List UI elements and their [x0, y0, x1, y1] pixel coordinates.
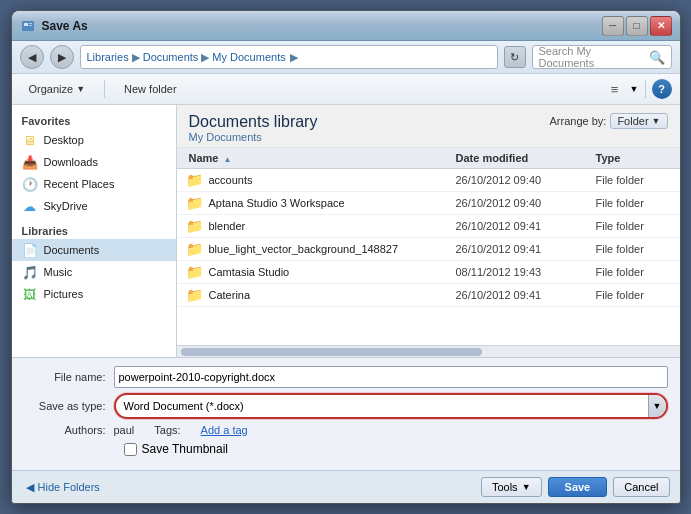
authors-label: Authors:: [24, 424, 114, 436]
arrange-value: Folder: [617, 115, 648, 127]
folder-icon: 📁: [185, 218, 205, 234]
sort-arrow: ▲: [224, 155, 232, 164]
savetype-select-wrapper[interactable]: Word Document (*.docx) ▼: [114, 393, 668, 419]
view-dropdown-arrow[interactable]: ▼: [630, 84, 639, 94]
file-type: File folder: [592, 220, 672, 232]
file-type: File folder: [592, 174, 672, 186]
save-button[interactable]: Save: [548, 477, 608, 497]
filename-label: File name:: [24, 371, 114, 383]
arrange-arrow: ▼: [652, 116, 661, 126]
svg-rect-1: [24, 23, 28, 26]
back-button[interactable]: ◀: [20, 45, 44, 69]
refresh-button[interactable]: ↻: [504, 46, 526, 68]
tools-label: Tools: [492, 481, 518, 493]
minimize-button[interactable]: ─: [602, 16, 624, 36]
sidebar-item-pictures[interactable]: 🖼 Pictures: [12, 283, 176, 305]
arrange-dropdown[interactable]: Folder ▼: [610, 113, 667, 129]
close-button[interactable]: ✕: [650, 16, 672, 36]
file-list-header: Name ▲ Date modified Type: [177, 148, 680, 169]
file-name: accounts: [205, 174, 452, 186]
folder-icon: 📁: [185, 172, 205, 188]
sidebar-item-desktop[interactable]: 🖥 Desktop: [12, 129, 176, 151]
file-date: 08/11/2012 19:43: [452, 266, 592, 278]
file-name: blender: [205, 220, 452, 232]
title-bar-controls: ─ □ ✕: [602, 16, 672, 36]
authors-tags-row: Authors: paul Tags: Add a tag: [24, 424, 668, 436]
folder-icon: 📁: [185, 241, 205, 257]
toolbar-separator: [104, 80, 105, 98]
scrollbar-thumb[interactable]: [181, 348, 483, 356]
thumbnail-checkbox[interactable]: [124, 443, 137, 456]
new-folder-button[interactable]: New folder: [115, 80, 186, 98]
sidebar-item-label-music: Music: [44, 266, 73, 278]
table-row[interactable]: 📁 Camtasia Studio 08/11/2012 19:43 File …: [177, 261, 680, 284]
file-date: 26/10/2012 09:41: [452, 220, 592, 232]
tools-button[interactable]: Tools ▼: [481, 477, 542, 497]
content-area: Favorites 🖥 Desktop 📥 Downloads 🕐 Recent…: [12, 105, 680, 357]
horizontal-scrollbar[interactable]: [177, 345, 680, 357]
table-row[interactable]: 📁 Aptana Studio 3 Workspace 26/10/2012 0…: [177, 192, 680, 215]
savetype-label: Save as type:: [24, 400, 114, 412]
bottom-form-area: File name: Save as type: Word Document (…: [12, 357, 680, 470]
breadcrumb-documents[interactable]: Documents: [143, 51, 199, 63]
breadcrumb[interactable]: Libraries ▶ Documents ▶ My Documents ▶: [80, 45, 498, 69]
maximize-button[interactable]: □: [626, 16, 648, 36]
libraries-section: Libraries 📄 Documents 🎵 Music 🖼 Pictures: [12, 221, 176, 305]
help-button[interactable]: ?: [652, 79, 672, 99]
file-date: 26/10/2012 09:40: [452, 174, 592, 186]
savetype-row: Save as type: Word Document (*.docx) ▼: [24, 393, 668, 419]
sidebar-item-recent[interactable]: 🕐 Recent Places: [12, 173, 176, 195]
main-panel: Documents library My Documents Arrange b…: [177, 105, 680, 357]
search-placeholder: Search My Documents: [539, 45, 649, 69]
library-subtitle: My Documents: [189, 131, 318, 143]
hide-folders-button[interactable]: ◀ Hide Folders: [22, 479, 104, 496]
add-tag-link[interactable]: Add a tag: [201, 424, 248, 436]
col-date-label: Date modified: [456, 152, 529, 164]
footer: ◀ Hide Folders Tools ▼ Save Cancel: [12, 470, 680, 503]
breadcrumb-libraries[interactable]: Libraries: [87, 51, 129, 63]
arrange-by: Arrange by: Folder ▼: [550, 113, 668, 129]
file-type: File folder: [592, 243, 672, 255]
breadcrumb-expand[interactable]: ▶: [290, 51, 298, 64]
filename-input[interactable]: [114, 366, 668, 388]
footer-right: Tools ▼ Save Cancel: [481, 477, 670, 497]
filename-row: File name:: [24, 366, 668, 388]
sidebar-item-documents[interactable]: 📄 Documents: [12, 239, 176, 261]
table-row[interactable]: 📁 blue_light_vector_background_148827 26…: [177, 238, 680, 261]
col-header-name[interactable]: Name ▲: [185, 150, 452, 166]
sidebar-item-music[interactable]: 🎵 Music: [12, 261, 176, 283]
organize-label: Organize: [29, 83, 74, 95]
sidebar-item-label-downloads: Downloads: [44, 156, 98, 168]
documents-icon: 📄: [22, 242, 38, 258]
sidebar-item-label-documents: Documents: [44, 244, 100, 256]
table-row[interactable]: 📁 blender 26/10/2012 09:41 File folder: [177, 215, 680, 238]
file-type: File folder: [592, 266, 672, 278]
file-type: File folder: [592, 197, 672, 209]
desktop-icon: 🖥: [22, 132, 38, 148]
savetype-dropdown-arrow[interactable]: ▼: [648, 395, 666, 417]
breadcrumb-mydocuments[interactable]: My Documents: [212, 51, 285, 63]
col-header-date[interactable]: Date modified: [452, 150, 592, 166]
toolbar-right: ≡ ▼ ?: [604, 78, 672, 100]
toolbar-sep2: [645, 80, 646, 98]
breadcrumb-sep2: ▶: [201, 51, 209, 64]
table-row[interactable]: 📁 Caterina 26/10/2012 09:41 File folder: [177, 284, 680, 307]
table-row[interactable]: 📁 accounts 26/10/2012 09:40 File folder: [177, 169, 680, 192]
search-icon: 🔍: [649, 50, 665, 65]
file-name: Camtasia Studio: [205, 266, 452, 278]
file-list: 📁 accounts 26/10/2012 09:40 File folder …: [177, 169, 680, 345]
view-button[interactable]: ≡: [604, 78, 626, 100]
library-title-area: Documents library My Documents: [189, 113, 318, 143]
cancel-button[interactable]: Cancel: [613, 477, 669, 497]
sidebar-item-skydrive[interactable]: ☁ SkyDrive: [12, 195, 176, 217]
title-bar: Save As ─ □ ✕: [12, 11, 680, 41]
sidebar: Favorites 🖥 Desktop 📥 Downloads 🕐 Recent…: [12, 105, 177, 357]
search-box[interactable]: Search My Documents 🔍: [532, 45, 672, 69]
breadcrumb-sep1: ▶: [132, 51, 140, 64]
col-header-type[interactable]: Type: [592, 150, 672, 166]
organize-button[interactable]: Organize ▼: [20, 80, 95, 98]
svg-rect-0: [22, 21, 34, 31]
sidebar-item-downloads[interactable]: 📥 Downloads: [12, 151, 176, 173]
forward-button[interactable]: ▶: [50, 45, 74, 69]
folder-icon: 📁: [185, 264, 205, 280]
